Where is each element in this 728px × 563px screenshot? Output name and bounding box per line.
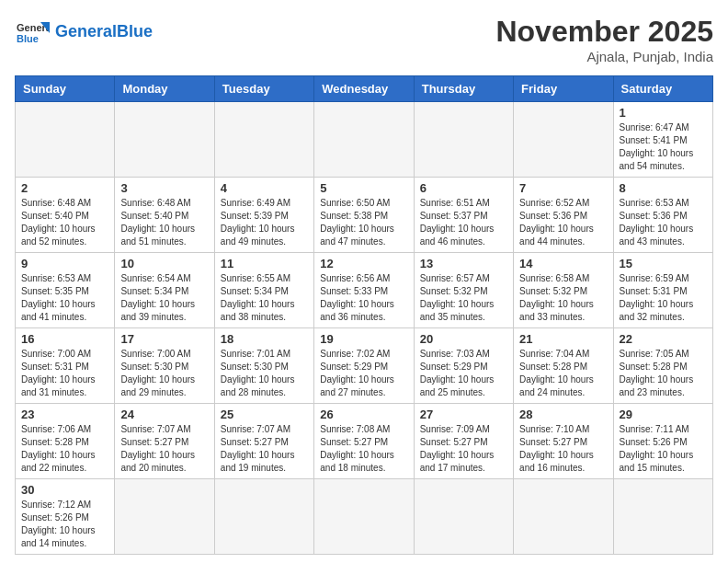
day-header-tuesday: Tuesday	[214, 76, 313, 102]
day-number: 27	[420, 408, 507, 421]
calendar-cell	[16, 102, 115, 178]
day-number: 5	[320, 181, 407, 195]
day-number: 2	[21, 181, 108, 195]
calendar-cell: 28Sunrise: 7:10 AMSunset: 5:27 PMDayligh…	[514, 404, 613, 479]
calendar-cell: 8Sunrise: 6:53 AMSunset: 5:36 PMDaylight…	[613, 178, 712, 253]
day-info: Sunrise: 6:57 AMSunset: 5:32 PMDaylight:…	[420, 272, 507, 324]
day-number: 12	[320, 257, 407, 270]
calendar-week-row: 16Sunrise: 7:00 AMSunset: 5:31 PMDayligh…	[16, 328, 713, 404]
day-info: Sunrise: 7:09 AMSunset: 5:27 PMDaylight:…	[420, 423, 507, 475]
day-info: Sunrise: 6:48 AMSunset: 5:40 PMDaylight:…	[120, 197, 208, 248]
calendar-cell: 9Sunrise: 6:53 AMSunset: 5:35 PMDaylight…	[16, 253, 115, 328]
day-number: 9	[21, 257, 108, 270]
calendar-cell: 16Sunrise: 7:00 AMSunset: 5:31 PMDayligh…	[16, 328, 115, 404]
day-number: 15	[620, 257, 707, 270]
logo: General Blue GeneralBlue	[15, 15, 153, 50]
day-info: Sunrise: 6:51 AMSunset: 5:37 PMDaylight:…	[420, 197, 507, 248]
day-info: Sunrise: 6:54 AMSunset: 5:34 PMDaylight:…	[120, 272, 208, 324]
day-number: 24	[120, 408, 208, 421]
day-info: Sunrise: 6:49 AMSunset: 5:39 PMDaylight:…	[221, 197, 308, 248]
day-header-friday: Friday	[514, 76, 613, 102]
day-number: 3	[120, 181, 208, 195]
day-info: Sunrise: 7:08 AMSunset: 5:27 PMDaylight:…	[320, 423, 407, 475]
day-info: Sunrise: 6:53 AMSunset: 5:36 PMDaylight:…	[620, 197, 707, 248]
day-number: 13	[420, 257, 507, 270]
day-number: 28	[519, 408, 607, 421]
day-header-saturday: Saturday	[613, 76, 712, 102]
page-header: General Blue GeneralBlue November 2025 A…	[15, 15, 713, 64]
day-info: Sunrise: 7:07 AMSunset: 5:27 PMDaylight:…	[120, 423, 208, 475]
month-title: November 2025	[495, 15, 713, 49]
location-subtitle: Ajnala, Punjab, India	[495, 49, 713, 64]
day-number: 21	[519, 332, 607, 346]
calendar-cell: 12Sunrise: 6:56 AMSunset: 5:33 PMDayligh…	[314, 253, 414, 328]
day-info: Sunrise: 7:00 AMSunset: 5:30 PMDaylight:…	[120, 348, 208, 399]
day-info: Sunrise: 7:11 AMSunset: 5:26 PMDaylight:…	[620, 423, 707, 475]
calendar-cell: 17Sunrise: 7:00 AMSunset: 5:30 PMDayligh…	[115, 328, 214, 404]
day-info: Sunrise: 7:12 AMSunset: 5:26 PMDaylight:…	[21, 499, 108, 550]
day-number: 23	[21, 408, 108, 421]
logo-icon: General Blue	[15, 15, 50, 50]
day-info: Sunrise: 7:00 AMSunset: 5:31 PMDaylight:…	[21, 348, 108, 399]
day-info: Sunrise: 6:50 AMSunset: 5:38 PMDaylight:…	[320, 197, 407, 248]
calendar-cell: 18Sunrise: 7:01 AMSunset: 5:30 PMDayligh…	[214, 328, 313, 404]
day-info: Sunrise: 7:03 AMSunset: 5:29 PMDaylight:…	[420, 348, 507, 399]
calendar-cell: 24Sunrise: 7:07 AMSunset: 5:27 PMDayligh…	[115, 404, 214, 479]
calendar-cell: 21Sunrise: 7:04 AMSunset: 5:28 PMDayligh…	[514, 328, 613, 404]
calendar-cell: 22Sunrise: 7:05 AMSunset: 5:28 PMDayligh…	[613, 328, 712, 404]
calendar-cell: 26Sunrise: 7:08 AMSunset: 5:27 PMDayligh…	[314, 404, 414, 479]
day-number: 25	[221, 408, 308, 421]
calendar-cell: 15Sunrise: 6:59 AMSunset: 5:31 PMDayligh…	[613, 253, 712, 328]
day-number: 22	[620, 332, 707, 346]
calendar-cell: 4Sunrise: 6:49 AMSunset: 5:39 PMDaylight…	[214, 178, 313, 253]
day-info: Sunrise: 7:01 AMSunset: 5:30 PMDaylight:…	[221, 348, 308, 399]
calendar-cell	[115, 479, 214, 555]
title-section: November 2025 Ajnala, Punjab, India	[495, 15, 713, 64]
svg-text:Blue: Blue	[17, 33, 39, 44]
day-number: 29	[620, 408, 707, 421]
calendar-cell: 30Sunrise: 7:12 AMSunset: 5:26 PMDayligh…	[16, 479, 115, 555]
day-info: Sunrise: 7:04 AMSunset: 5:28 PMDaylight:…	[519, 348, 607, 399]
day-number: 19	[320, 332, 407, 346]
day-number: 4	[221, 181, 308, 195]
day-info: Sunrise: 6:55 AMSunset: 5:34 PMDaylight:…	[221, 272, 308, 324]
calendar-cell: 19Sunrise: 7:02 AMSunset: 5:29 PMDayligh…	[314, 328, 414, 404]
day-info: Sunrise: 7:05 AMSunset: 5:28 PMDaylight:…	[620, 348, 707, 399]
day-number: 26	[320, 408, 407, 421]
calendar-cell	[314, 479, 414, 555]
calendar-table: SundayMondayTuesdayWednesdayThursdayFrid…	[15, 75, 713, 555]
calendar-cell	[514, 479, 613, 555]
calendar-week-row: 30Sunrise: 7:12 AMSunset: 5:26 PMDayligh…	[16, 479, 713, 555]
day-number: 14	[519, 257, 607, 270]
calendar-cell: 29Sunrise: 7:11 AMSunset: 5:26 PMDayligh…	[613, 404, 712, 479]
calendar-week-row: 23Sunrise: 7:06 AMSunset: 5:28 PMDayligh…	[16, 404, 713, 479]
day-header-thursday: Thursday	[414, 76, 513, 102]
calendar-header-row: SundayMondayTuesdayWednesdayThursdayFrid…	[16, 76, 713, 102]
day-number: 6	[420, 181, 507, 195]
calendar-cell: 11Sunrise: 6:55 AMSunset: 5:34 PMDayligh…	[214, 253, 313, 328]
calendar-cell: 27Sunrise: 7:09 AMSunset: 5:27 PMDayligh…	[414, 404, 513, 479]
day-number: 20	[420, 332, 507, 346]
day-number: 18	[221, 332, 308, 346]
day-info: Sunrise: 7:07 AMSunset: 5:27 PMDaylight:…	[221, 423, 308, 475]
calendar-cell	[414, 102, 513, 178]
calendar-cell: 23Sunrise: 7:06 AMSunset: 5:28 PMDayligh…	[16, 404, 115, 479]
day-info: Sunrise: 6:58 AMSunset: 5:32 PMDaylight:…	[519, 272, 607, 324]
calendar-week-row: 9Sunrise: 6:53 AMSunset: 5:35 PMDaylight…	[16, 253, 713, 328]
day-info: Sunrise: 6:56 AMSunset: 5:33 PMDaylight:…	[320, 272, 407, 324]
day-info: Sunrise: 6:53 AMSunset: 5:35 PMDaylight:…	[21, 272, 108, 324]
calendar-cell: 3Sunrise: 6:48 AMSunset: 5:40 PMDaylight…	[115, 178, 214, 253]
day-number: 16	[21, 332, 108, 346]
calendar-cell: 6Sunrise: 6:51 AMSunset: 5:37 PMDaylight…	[414, 178, 513, 253]
calendar-cell	[214, 479, 313, 555]
day-info: Sunrise: 6:52 AMSunset: 5:36 PMDaylight:…	[519, 197, 607, 248]
calendar-cell: 13Sunrise: 6:57 AMSunset: 5:32 PMDayligh…	[414, 253, 513, 328]
day-number: 7	[519, 181, 607, 195]
day-info: Sunrise: 7:10 AMSunset: 5:27 PMDaylight:…	[519, 423, 607, 475]
day-info: Sunrise: 6:48 AMSunset: 5:40 PMDaylight:…	[21, 197, 108, 248]
logo-text: GeneralBlue	[55, 23, 153, 41]
calendar-cell: 14Sunrise: 6:58 AMSunset: 5:32 PMDayligh…	[514, 253, 613, 328]
day-info: Sunrise: 7:02 AMSunset: 5:29 PMDaylight:…	[320, 348, 407, 399]
calendar-cell: 20Sunrise: 7:03 AMSunset: 5:29 PMDayligh…	[414, 328, 513, 404]
day-header-sunday: Sunday	[16, 76, 115, 102]
